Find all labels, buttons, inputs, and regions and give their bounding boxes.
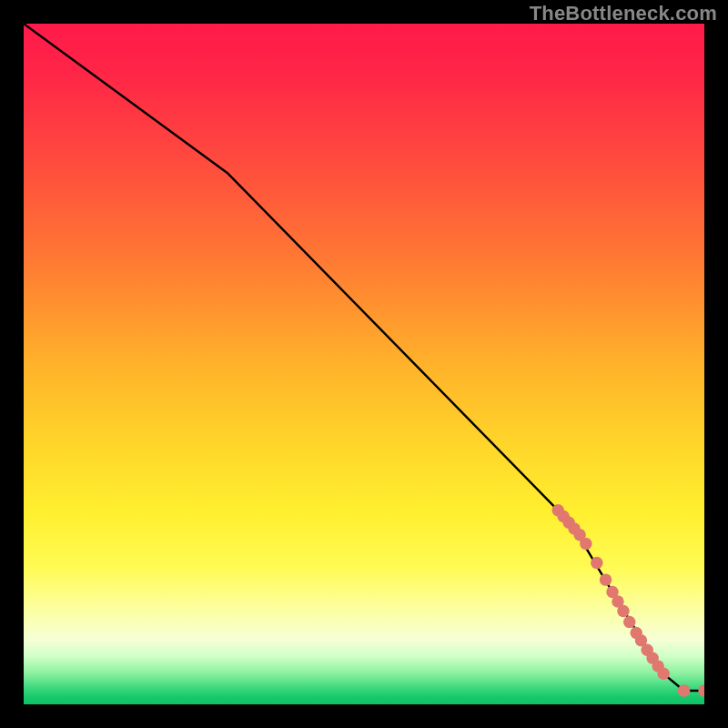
watermark-label: TheBottleneck.com	[530, 2, 717, 25]
data-marker	[591, 557, 602, 569]
data-marker	[580, 538, 592, 550]
chart-svg	[24, 24, 704, 704]
chart-frame: TheBottleneck.com	[0, 0, 728, 728]
chart-plot-area	[24, 24, 704, 704]
data-marker	[617, 605, 629, 617]
data-marker	[623, 616, 635, 628]
data-marker	[657, 668, 669, 680]
chart-background	[24, 24, 704, 704]
data-marker	[600, 573, 612, 585]
data-marker	[678, 684, 690, 696]
